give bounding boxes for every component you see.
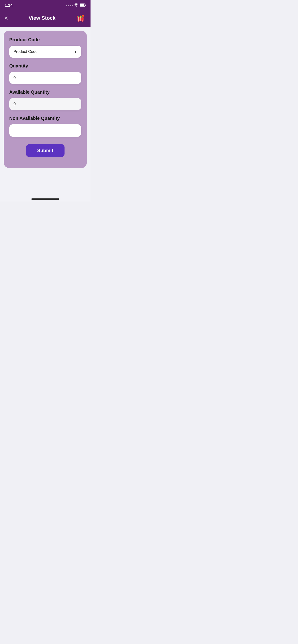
- non-available-quantity-container: [9, 124, 81, 137]
- battery-icon: [80, 4, 86, 8]
- product-code-value: Product Code: [14, 50, 38, 54]
- svg-rect-5: [80, 16, 81, 18]
- svg-point-11: [82, 21, 83, 22]
- available-quantity-container: 0: [9, 98, 81, 110]
- product-code-dropdown[interactable]: Product Code ▼: [9, 46, 81, 58]
- svg-rect-4: [78, 16, 79, 18]
- home-bar: [31, 198, 59, 200]
- submit-button[interactable]: Submit: [26, 144, 65, 157]
- quantity-label: Quantity: [9, 63, 81, 68]
- form-card: Product Code Product Code ▼ Quantity Ava…: [4, 30, 87, 168]
- status-icons: [66, 4, 86, 8]
- submit-area: Submit: [9, 144, 81, 157]
- page-title: View Stock: [29, 15, 56, 21]
- shopping-cart-icon: !: [76, 13, 86, 23]
- svg-rect-2: [80, 4, 85, 6]
- status-time: 1:14: [5, 3, 13, 8]
- wifi-icon: [74, 4, 79, 8]
- back-button[interactable]: <: [5, 15, 8, 21]
- svg-point-10: [78, 21, 79, 22]
- app-header: < View Stock !: [0, 10, 91, 27]
- chevron-down-icon: ▼: [74, 50, 77, 54]
- non-available-quantity-label: Non Available Quantity: [9, 116, 81, 121]
- available-quantity-value: 0: [14, 102, 16, 106]
- product-code-group: Product Code Product Code ▼: [9, 37, 81, 58]
- available-quantity-group: Available Quantity 0: [9, 90, 81, 110]
- quantity-input[interactable]: [14, 76, 77, 80]
- available-quantity-label: Available Quantity: [9, 90, 81, 95]
- product-code-label: Product Code: [9, 37, 81, 42]
- status-bar: 1:14: [0, 0, 91, 10]
- non-available-quantity-group: Non Available Quantity: [9, 116, 81, 137]
- svg-rect-1: [85, 5, 86, 6]
- quantity-group: Quantity: [9, 63, 81, 84]
- main-content: Product Code Product Code ▼ Quantity Ava…: [0, 27, 91, 196]
- signal-dots-icon: [66, 5, 73, 6]
- cart-button[interactable]: !: [76, 13, 86, 23]
- home-indicator: [0, 196, 91, 202]
- quantity-input-container: [9, 72, 81, 84]
